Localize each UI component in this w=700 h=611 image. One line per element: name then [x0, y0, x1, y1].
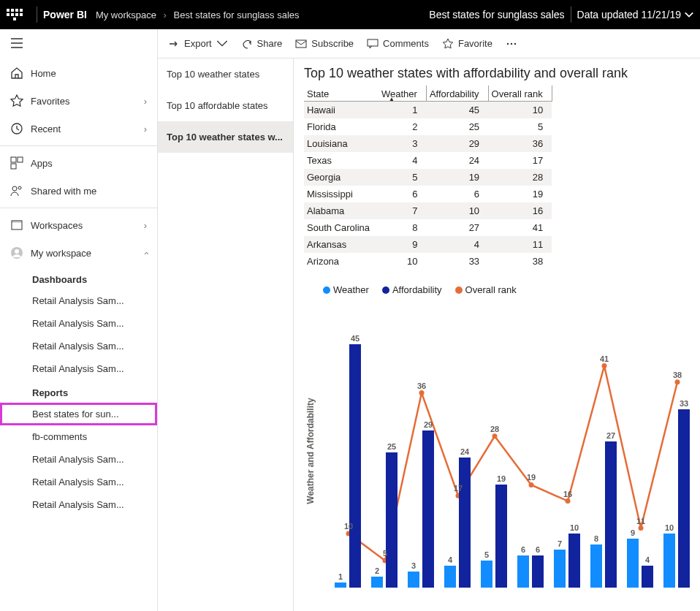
page-tab[interactable]: Top 10 affordable states — [158, 90, 293, 121]
line-point[interactable] — [529, 482, 534, 487]
bar-weather[interactable] — [481, 561, 492, 588]
apps-icon — [10, 156, 23, 170]
subscribe-button[interactable]: Subscribe — [295, 38, 354, 50]
bar-affordability[interactable] — [495, 485, 507, 588]
nav-home[interactable]: Home — [0, 59, 157, 87]
chevron-down-icon — [684, 10, 694, 20]
table-header[interactable]: State — [304, 86, 378, 102]
svg-rect-3 — [11, 164, 16, 169]
export-button[interactable]: Export — [168, 38, 228, 50]
table-row[interactable]: Georgia51928 — [304, 169, 552, 186]
mail-icon — [295, 38, 307, 50]
report-item[interactable]: Retail Analysis Sam... — [0, 471, 157, 493]
nav-favorites[interactable]: Favorites › — [0, 87, 157, 115]
product-name: Power BI — [43, 9, 87, 20]
nav-shared[interactable]: Shared with me — [0, 177, 157, 205]
table-row[interactable]: Hawaii14510 — [304, 102, 552, 119]
nav-workspaces[interactable]: Workspaces › — [0, 211, 157, 239]
bar-weather[interactable] — [663, 534, 675, 588]
chart-legend: Weather Affordability Overall rank — [323, 284, 690, 295]
line-point[interactable] — [675, 379, 680, 384]
table-row[interactable]: Alabama71016 — [304, 202, 552, 219]
line-point[interactable] — [602, 363, 607, 368]
bar-weather[interactable] — [444, 566, 456, 588]
combo-chart[interactable]: Weather and Affordability 14522532942451… — [304, 300, 690, 592]
bar-affordability[interactable] — [532, 555, 544, 588]
line-point[interactable] — [492, 433, 498, 439]
person-circle-icon — [10, 246, 23, 259]
page-tab[interactable]: Top 10 weather states — [158, 58, 293, 90]
table-row[interactable]: Arkansas9411 — [304, 236, 552, 253]
share-button[interactable]: Share — [241, 38, 283, 50]
home-icon — [10, 67, 23, 80]
line-point[interactable] — [566, 498, 571, 504]
svg-point-9 — [15, 249, 19, 254]
table-row[interactable]: Florida2255 — [304, 118, 552, 135]
line-data-label: 19 — [527, 473, 536, 482]
report-canvas: Top 10 weather states with affordability… — [294, 58, 700, 611]
star-icon — [10, 94, 23, 107]
dashboard-item[interactable]: Retail Analysis Sam... — [0, 289, 157, 312]
table-row[interactable]: Texas42417 — [304, 152, 552, 169]
table-row[interactable]: South Carolina82741 — [304, 219, 552, 236]
table-header[interactable]: Weather — [378, 86, 426, 102]
bar-affordability[interactable] — [349, 344, 361, 588]
table-row[interactable]: Louisiana32936 — [304, 135, 552, 152]
bar-weather[interactable] — [517, 555, 529, 588]
svg-point-13 — [511, 42, 512, 44]
report-page-tabs: Top 10 weather states Top 10 affordable … — [158, 58, 294, 611]
line-data-label: 5 — [383, 549, 387, 558]
dashboard-item[interactable]: Retail Analysis Sam... — [0, 357, 157, 380]
dashboard-item[interactable]: Retail Analysis Sam... — [0, 335, 157, 357]
bar-affordability[interactable] — [386, 452, 397, 588]
line-data-label: 16 — [563, 490, 572, 498]
bar-weather[interactable] — [554, 550, 566, 588]
star-icon — [442, 38, 454, 50]
more-options-button[interactable] — [506, 38, 517, 50]
data-updated-dropdown[interactable]: Data updated 11/21/19 — [577, 9, 694, 20]
divider — [571, 7, 571, 23]
table-header[interactable]: Overall rank — [488, 86, 552, 102]
line-point[interactable] — [419, 390, 425, 395]
app-launcher-icon[interactable] — [6, 6, 23, 23]
bar-weather[interactable] — [590, 544, 602, 588]
table-header[interactable]: Affordability — [426, 86, 488, 102]
report-item-current[interactable]: Best states for sun... — [0, 403, 157, 425]
bar-weather[interactable] — [335, 582, 346, 588]
dashboard-item[interactable]: Retail Analysis Sam... — [0, 312, 157, 335]
svg-point-12 — [507, 42, 509, 44]
data-table[interactable]: StateWeatherAffordabilityOverall rank Ha… — [304, 86, 552, 270]
breadcrumb-item[interactable]: My workspace — [96, 10, 156, 20]
nav-recent[interactable]: Recent › — [0, 115, 157, 143]
chevron-up-icon: › — [140, 251, 151, 254]
bar-affordability[interactable] — [642, 566, 653, 588]
page-tab-selected[interactable]: Top 10 weather states w... — [158, 121, 293, 153]
bar-affordability[interactable] — [568, 534, 580, 588]
line-data-label: 36 — [417, 382, 426, 390]
bar-weather[interactable] — [408, 572, 419, 588]
table-row[interactable]: Arizona103338 — [304, 253, 552, 270]
left-navigation: Home Favorites › Recent › Apps Shared wi… — [0, 29, 158, 611]
report-item[interactable]: Retail Analysis Sam... — [0, 493, 157, 516]
collapse-nav-button[interactable] — [0, 29, 157, 59]
table-row[interactable]: Mississippi6619 — [304, 186, 552, 202]
comments-button[interactable]: Comments — [367, 38, 429, 50]
bar-weather[interactable] — [627, 539, 639, 588]
bar-weather[interactable] — [371, 577, 383, 588]
favorite-button[interactable]: Favorite — [442, 38, 492, 50]
chevron-right-icon: › — [144, 220, 147, 231]
bar-affordability[interactable] — [459, 458, 471, 588]
report-item[interactable]: Retail Analysis Sam... — [0, 448, 157, 471]
nav-my-workspace[interactable]: My workspace › — [0, 239, 157, 267]
report-item[interactable]: fb-comments — [0, 425, 157, 448]
bar-affordability[interactable] — [605, 441, 617, 588]
breadcrumb[interactable]: My workspace › Best states for sunglass … — [96, 10, 300, 20]
bar-affordability[interactable] — [678, 409, 690, 588]
visual-title: Top 10 weather states with affordability… — [304, 66, 690, 81]
nav-apps[interactable]: Apps — [0, 149, 157, 177]
bar-affordability[interactable] — [422, 430, 434, 588]
line-data-label: 10 — [344, 522, 353, 531]
breadcrumb-item[interactable]: Best states for sunglass sales — [174, 10, 300, 20]
chevron-right-icon: › — [144, 124, 147, 134]
people-icon — [10, 184, 23, 197]
